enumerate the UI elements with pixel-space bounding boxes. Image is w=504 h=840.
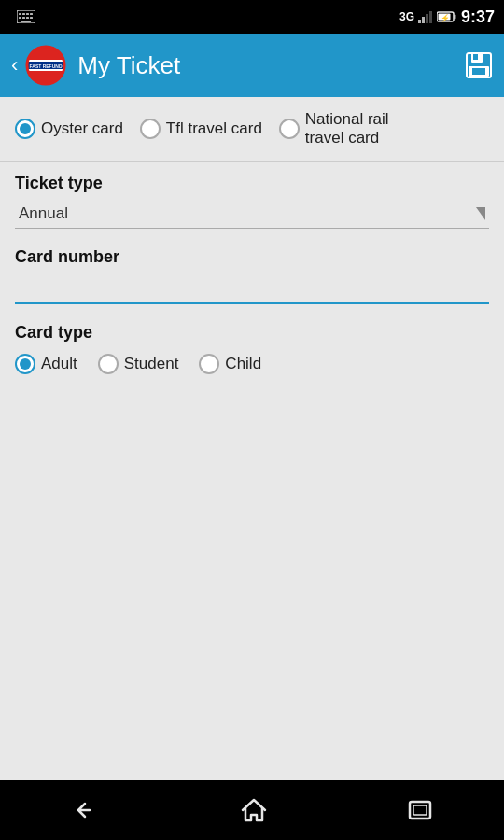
national-rail-radio[interactable] bbox=[279, 119, 300, 139]
tfl-card-option[interactable]: Tfl travel card bbox=[140, 119, 262, 139]
svg-rect-15 bbox=[454, 15, 455, 20]
svg-rect-8 bbox=[30, 17, 33, 19]
svg-rect-10 bbox=[418, 20, 421, 23]
ticket-type-label: Ticket type bbox=[15, 174, 489, 193]
student-radio[interactable] bbox=[98, 354, 119, 374]
svg-rect-3 bbox=[26, 13, 29, 15]
nav-bar bbox=[0, 780, 504, 840]
child-option[interactable]: Child bbox=[199, 354, 261, 374]
status-bar: 3G ⚡ 9:37 bbox=[0, 0, 504, 34]
page-title: My Ticket bbox=[77, 51, 465, 80]
svg-rect-1 bbox=[19, 13, 21, 15]
svg-rect-7 bbox=[26, 17, 29, 19]
ticket-category-row: Oyster card Tfl travel card National rai… bbox=[0, 97, 504, 162]
national-rail-option[interactable]: National railtravel card bbox=[279, 110, 389, 148]
svg-rect-12 bbox=[426, 14, 428, 23]
time-display: 9:37 bbox=[461, 7, 495, 27]
card-number-label: Card number bbox=[15, 247, 489, 267]
svg-rect-13 bbox=[429, 11, 432, 23]
svg-rect-6 bbox=[22, 17, 25, 19]
back-button[interactable]: ‹ bbox=[11, 53, 18, 77]
svg-rect-28 bbox=[472, 68, 485, 75]
tfl-card-label: Tfl travel card bbox=[166, 119, 262, 138]
ticket-type-dropdown[interactable]: Annual Monthly Weekly Daily bbox=[15, 199, 489, 229]
card-type-row: Adult Student Child bbox=[15, 348, 489, 380]
app-bar: ‹ FAST REFUND My Ticket bbox=[0, 34, 504, 97]
ticket-type-dropdown-wrapper: Annual Monthly Weekly Daily bbox=[15, 199, 489, 229]
svg-rect-9 bbox=[21, 21, 31, 22]
signal-indicator: 3G bbox=[399, 10, 414, 23]
app-logo: FAST REFUND bbox=[25, 45, 66, 86]
svg-text:⚡: ⚡ bbox=[441, 13, 450, 22]
home-nav-button[interactable] bbox=[240, 797, 268, 823]
svg-rect-26 bbox=[473, 54, 478, 60]
oyster-card-radio[interactable] bbox=[15, 119, 35, 139]
child-label: Child bbox=[225, 355, 261, 373]
svg-rect-4 bbox=[30, 13, 33, 15]
recents-nav-button[interactable] bbox=[407, 799, 435, 821]
student-option[interactable]: Student bbox=[98, 354, 179, 374]
student-label: Student bbox=[124, 355, 179, 373]
child-radio[interactable] bbox=[199, 354, 219, 374]
save-button[interactable] bbox=[465, 51, 493, 79]
svg-rect-11 bbox=[422, 17, 425, 23]
main-content: Oyster card Tfl travel card National rai… bbox=[0, 97, 504, 380]
adult-option[interactable]: Adult bbox=[15, 354, 77, 374]
ticket-type-section: Ticket type Annual Monthly Weekly Daily … bbox=[0, 162, 504, 380]
oyster-card-option[interactable]: Oyster card bbox=[15, 119, 123, 139]
card-type-label: Card type bbox=[15, 323, 489, 343]
svg-rect-2 bbox=[22, 13, 25, 15]
svg-rect-30 bbox=[413, 805, 427, 815]
national-rail-label: National railtravel card bbox=[305, 110, 389, 148]
back-nav-button[interactable] bbox=[69, 798, 101, 822]
adult-radio[interactable] bbox=[15, 354, 35, 374]
svg-rect-5 bbox=[19, 17, 21, 19]
adult-label: Adult bbox=[41, 355, 77, 373]
oyster-card-label: Oyster card bbox=[41, 119, 123, 138]
svg-text:FAST REFUND: FAST REFUND bbox=[30, 63, 63, 69]
card-number-input[interactable] bbox=[15, 273, 489, 304]
tfl-card-radio[interactable] bbox=[140, 119, 161, 139]
status-icons: 3G ⚡ 9:37 bbox=[399, 7, 495, 27]
